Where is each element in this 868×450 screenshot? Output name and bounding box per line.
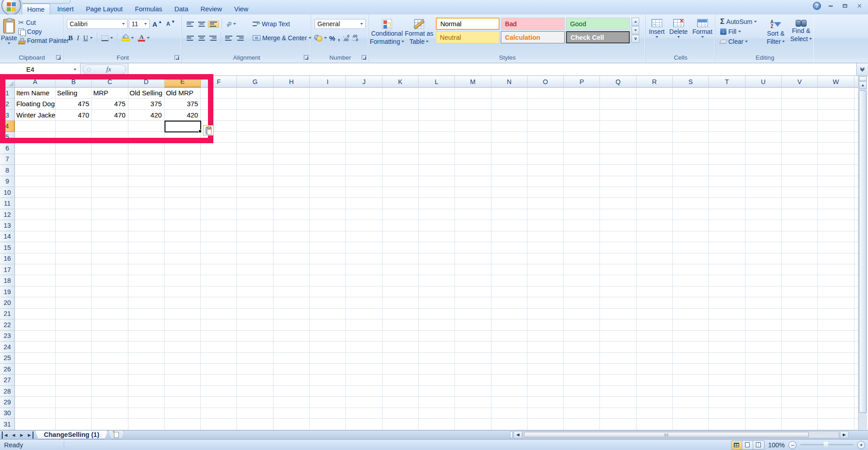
cell-O25[interactable] <box>528 353 564 364</box>
cell-C18[interactable] <box>92 275 128 286</box>
cell-J3[interactable] <box>346 110 382 121</box>
cell-S27[interactable] <box>673 375 709 385</box>
cell-Q23[interactable] <box>600 331 636 342</box>
cell-S20[interactable] <box>673 297 709 308</box>
cell-C11[interactable] <box>92 198 128 209</box>
cell-L12[interactable] <box>419 209 455 220</box>
cell-Q14[interactable] <box>600 231 636 242</box>
cell-O20[interactable] <box>528 297 564 308</box>
cell-F3[interactable] <box>201 110 237 121</box>
cell-V6[interactable] <box>782 143 818 154</box>
cell-F22[interactable] <box>201 319 237 330</box>
cell-K16[interactable] <box>382 253 419 264</box>
cell-T20[interactable] <box>709 297 745 308</box>
cell-C21[interactable] <box>92 309 128 319</box>
cell-I11[interactable] <box>310 198 346 209</box>
cell-R24[interactable] <box>637 342 673 352</box>
cell-W1[interactable] <box>818 88 854 98</box>
cell-R12[interactable] <box>637 209 673 220</box>
cell-J18[interactable] <box>346 275 382 286</box>
cell-B22[interactable] <box>56 319 92 330</box>
cell-Q2[interactable] <box>600 98 636 109</box>
cell-O24[interactable] <box>528 342 564 352</box>
cell-D17[interactable] <box>128 264 165 275</box>
row-header-21[interactable]: 21 <box>0 309 15 319</box>
cell-D13[interactable] <box>128 220 165 231</box>
cell-L31[interactable] <box>419 419 455 430</box>
cell-I15[interactable] <box>310 242 346 253</box>
cell-F7[interactable] <box>201 154 237 165</box>
cell-C12[interactable] <box>92 209 128 220</box>
cell-R15[interactable] <box>637 242 673 253</box>
cell-A27[interactable] <box>15 375 56 385</box>
cell-U7[interactable] <box>745 154 782 165</box>
page-layout-view-button[interactable] <box>742 441 753 449</box>
cell-Q29[interactable] <box>600 397 636 408</box>
cell-F23[interactable] <box>201 331 237 342</box>
cell-H15[interactable] <box>274 242 310 253</box>
cell-S25[interactable] <box>673 353 709 364</box>
cell-L22[interactable] <box>419 319 455 330</box>
cell-W15[interactable] <box>818 242 854 253</box>
row-header-2[interactable]: 2 <box>0 98 15 109</box>
cell-F30[interactable] <box>201 408 237 419</box>
cell-G11[interactable] <box>237 198 273 209</box>
cell-T4[interactable] <box>709 121 745 131</box>
cell-A25[interactable] <box>15 353 56 364</box>
cell-N19[interactable] <box>491 286 528 297</box>
cell-S22[interactable] <box>673 319 709 330</box>
cell-F21[interactable] <box>201 309 237 319</box>
cell-N1[interactable] <box>491 88 528 98</box>
cell-K1[interactable] <box>382 88 419 98</box>
cell-U26[interactable] <box>745 364 782 375</box>
cell-P27[interactable] <box>564 375 600 385</box>
cell-K14[interactable] <box>382 231 419 242</box>
cell-O23[interactable] <box>528 331 564 342</box>
cell-P20[interactable] <box>564 297 600 308</box>
cell-Q11[interactable] <box>600 198 636 209</box>
cell-G23[interactable] <box>237 331 273 342</box>
cell-M12[interactable] <box>455 209 491 220</box>
cell-O18[interactable] <box>528 275 564 286</box>
cell-J21[interactable] <box>346 309 382 319</box>
cell-U20[interactable] <box>745 297 782 308</box>
cell-J10[interactable] <box>346 187 382 198</box>
cell-N31[interactable] <box>491 419 528 430</box>
cell-V10[interactable] <box>782 187 818 198</box>
cell-G13[interactable] <box>237 220 273 231</box>
cell-N28[interactable] <box>491 386 528 397</box>
cell-P16[interactable] <box>564 253 600 264</box>
cell-U30[interactable] <box>745 408 782 419</box>
cell-P7[interactable] <box>564 154 600 165</box>
zoom-level[interactable]: 100% <box>768 441 785 449</box>
cell-G20[interactable] <box>237 297 273 308</box>
cell-J11[interactable] <box>346 198 382 209</box>
cell-H26[interactable] <box>274 364 310 375</box>
cell-V14[interactable] <box>782 231 818 242</box>
cell-D9[interactable] <box>128 176 165 187</box>
cell-B27[interactable] <box>56 375 92 385</box>
cell-E14[interactable] <box>165 231 201 242</box>
cell-G21[interactable] <box>237 309 273 319</box>
style-calculation[interactable]: Calculation <box>501 31 565 43</box>
row-header-14[interactable]: 14 <box>0 231 15 242</box>
cell-E30[interactable] <box>165 408 201 419</box>
cell-T27[interactable] <box>709 375 745 385</box>
column-header-T[interactable]: T <box>709 76 745 88</box>
cell-L29[interactable] <box>419 397 455 408</box>
cell-D16[interactable] <box>128 253 165 264</box>
cell-I12[interactable] <box>310 209 346 220</box>
cell-N27[interactable] <box>491 375 528 385</box>
cell-R13[interactable] <box>637 220 673 231</box>
scroll-left-button[interactable]: ◀ <box>514 431 522 438</box>
cell-V26[interactable] <box>782 364 818 375</box>
cell-S19[interactable] <box>673 286 709 297</box>
cell-B24[interactable] <box>56 342 92 352</box>
cell-M20[interactable] <box>455 297 491 308</box>
cell-P12[interactable] <box>564 209 600 220</box>
cell-I10[interactable] <box>310 187 346 198</box>
cell-U14[interactable] <box>745 231 782 242</box>
cell-G10[interactable] <box>237 187 273 198</box>
cell-R23[interactable] <box>637 331 673 342</box>
cell-J26[interactable] <box>346 364 382 375</box>
